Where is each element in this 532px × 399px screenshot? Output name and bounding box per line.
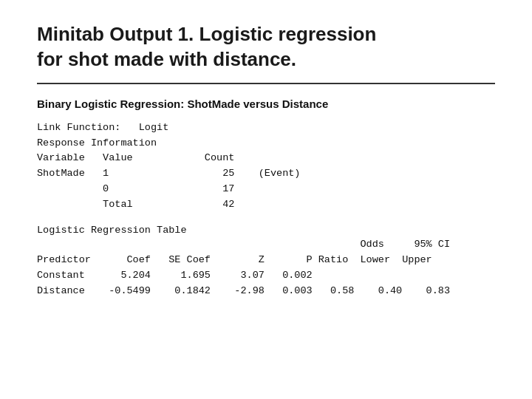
title-divider [37,83,495,84]
title-line2: for shot made with distance. [37,48,296,70]
page-container: Minitab Output 1. Logistic regression fo… [0,0,532,399]
regression-table-label: Logistic Regression Table [37,225,495,236]
regression-table-col-headers: Predictor Coef SE Coef Z P Ratio Lower U… [37,253,495,268]
title-line1: Minitab Output 1. Logistic regression [37,23,376,45]
link-function-block: Link Function: Logit Response Informatio… [37,120,495,214]
page-title: Minitab Output 1. Logistic regression fo… [37,22,495,72]
regression-table-header-indent: Odds 95% CI [37,237,495,253]
regression-table-row1: Constant 5.204 1.695 3.07 0.002 [37,268,495,284]
section-header: Binary Logistic Regression: ShotMade ver… [37,98,495,110]
regression-table-row2: Distance -0.5499 0.1842 -2.98 0.003 0.58… [37,284,495,299]
